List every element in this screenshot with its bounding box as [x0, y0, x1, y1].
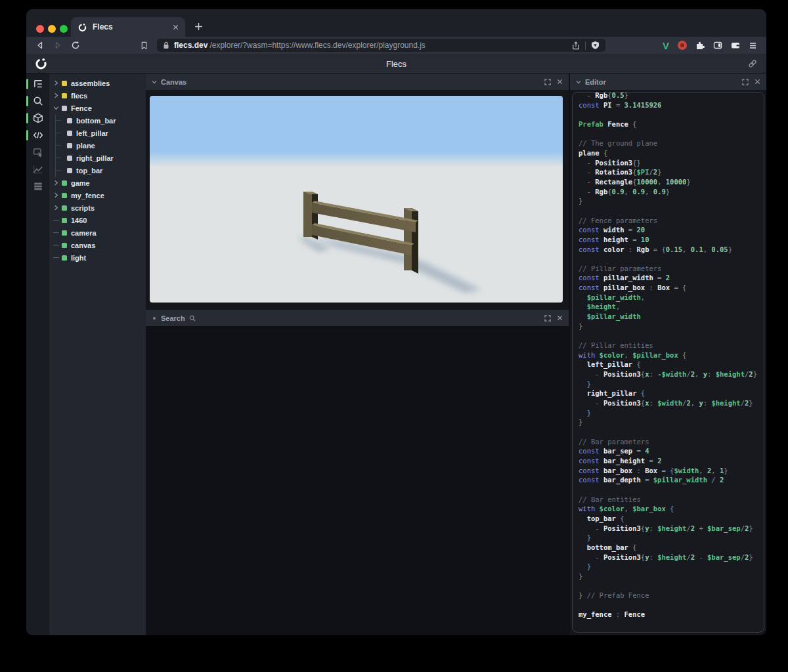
tree-item-assemblies[interactable]: assemblies [49, 77, 146, 89]
code-line: // The ground plane [579, 138, 764, 148]
fullscreen-icon[interactable] [544, 79, 551, 85]
menu-icon[interactable] [749, 41, 757, 50]
entity-square-icon [62, 255, 67, 261]
rows-panel-button[interactable] [26, 178, 49, 195]
bookmark-icon[interactable] [140, 41, 148, 50]
browser-tab[interactable]: Flecs [71, 17, 185, 37]
code-line: } // Prefab Fence [579, 591, 764, 600]
editor-panel-title: Editor [585, 78, 606, 86]
tree-connector [53, 139, 64, 152]
share-link-icon[interactable] [748, 59, 757, 68]
code-line: } [579, 562, 764, 572]
tree-item-label: camera [71, 229, 97, 237]
tree-icon [33, 79, 43, 89]
chevron-down-icon[interactable] [576, 79, 581, 85]
zoom-window-button[interactable] [60, 25, 68, 33]
code-line: } [579, 322, 764, 331]
tree-item-light[interactable]: light [49, 251, 146, 264]
tree-item-label: left_pillar [76, 129, 108, 137]
tree-item-game[interactable]: game [49, 177, 146, 189]
wallet-icon[interactable] [731, 41, 740, 50]
tab-strip: Flecs [26, 9, 766, 37]
forward-icon [53, 41, 62, 50]
cube-panel-button[interactable] [26, 110, 49, 127]
new-tab-icon[interactable] [194, 22, 203, 31]
code-editor[interactable]: - Rgb{0.5}const PI = 3.1415926 Prefab Fe… [572, 92, 764, 633]
tree-item-camera[interactable]: camera [49, 226, 146, 239]
code-line: - Position3{} [579, 158, 764, 168]
chevron-right-icon[interactable] [53, 180, 59, 186]
tree-item-1460[interactable]: 1460 [49, 214, 146, 226]
tree-item-label: top_bar [76, 167, 102, 175]
tree-item-Fence[interactable]: Fence [49, 102, 146, 114]
tab-close-icon[interactable] [173, 24, 179, 30]
side-panel-icon[interactable] [713, 41, 722, 50]
minimize-window-button[interactable] [48, 25, 56, 33]
search-panel-button[interactable] [26, 93, 49, 110]
code-line: $height, [579, 302, 764, 312]
code-line: } [579, 533, 764, 543]
code-line [579, 254, 764, 264]
close-panel-icon[interactable] [755, 79, 760, 85]
tree-item-label: right_pillar [76, 154, 114, 162]
tree-connector [53, 127, 64, 139]
fullscreen-icon[interactable] [742, 79, 749, 85]
share-icon[interactable] [572, 41, 580, 50]
code-panel-button[interactable] [26, 127, 49, 144]
close-panel-icon[interactable] [557, 315, 563, 321]
code-lines: - Rgb{0.5}const PI = 3.1415926 Prefab Fe… [579, 92, 764, 620]
close-panel-icon[interactable] [557, 79, 563, 85]
reload-icon[interactable] [71, 41, 80, 50]
code-line: } [579, 572, 764, 581]
canvas-viewport[interactable] [150, 96, 563, 303]
chevron-right-icon[interactable] [53, 192, 59, 198]
code-line: const height = 10 [579, 235, 764, 245]
chevron-right-icon[interactable] [53, 80, 59, 86]
tree-item-my_fence[interactable]: my_fence [49, 189, 146, 201]
chart-panel-button[interactable] [26, 161, 49, 178]
entity-square-icon [67, 143, 72, 148]
entity-square-icon [67, 156, 72, 161]
code-line: - Position3{x: $width/2, y: $height/2} [579, 398, 764, 408]
tree-item-flecs[interactable]: flecs [49, 89, 146, 102]
brave-shield-icon[interactable] [591, 41, 600, 50]
tree-item-top_bar[interactable]: top_bar [49, 164, 146, 177]
tab-title: Flecs [93, 22, 167, 32]
tree-item-right_pillar[interactable]: right_pillar [49, 152, 146, 164]
tree-item-canvas[interactable]: canvas [49, 239, 146, 251]
tree-item-scripts[interactable]: scripts [49, 201, 146, 214]
code-line [579, 110, 764, 119]
chevron-down-icon[interactable] [152, 79, 157, 85]
search-panel-header: Search [146, 310, 569, 326]
tree-connector [53, 152, 64, 164]
url-bar[interactable]: flecs.dev /explorer/?wasm=https://www.fl… [157, 39, 605, 52]
code-line: // Bar parameters [579, 437, 764, 447]
fullscreen-icon[interactable] [544, 315, 551, 322]
tree-panel-button[interactable] [26, 75, 49, 93]
chevron-right-icon[interactable] [53, 93, 59, 98]
chevron-down-icon[interactable] [53, 105, 59, 111]
code-line: my_fence : Fence [579, 610, 764, 620]
desktop-background: Flecs flecs.dev /explorer/?wasm=https://… [0, 0, 788, 672]
close-window-button[interactable] [36, 25, 44, 33]
rows-icon [33, 181, 43, 192]
code-line: - Rgb{0.9, 0.9, 0.9} [579, 187, 764, 197]
back-icon[interactable] [35, 41, 45, 50]
tree-item-label: plane [76, 142, 95, 150]
extensions-puzzle-icon[interactable] [695, 41, 705, 50]
entity-square-icon [62, 81, 67, 86]
code-line: const bar_depth = $pillar_width / 2 [579, 475, 764, 485]
code-line: - Rectangle{10000, 10000} [579, 177, 764, 187]
tree-item-bottom_bar[interactable]: bottom_bar [49, 114, 146, 127]
entity-square-icon [62, 230, 67, 236]
tree-item-left_pillar[interactable]: left_pillar [49, 127, 146, 139]
code-line [579, 331, 764, 341]
inspect-panel-button[interactable] [26, 144, 49, 161]
chevron-right-icon[interactable] [53, 205, 59, 211]
adblock-extension-icon[interactable] [678, 41, 687, 50]
app-header: Flecs [26, 54, 766, 74]
vue-extension-icon[interactable]: V [663, 41, 669, 51]
tree-item-plane[interactable]: plane [49, 139, 146, 152]
panel-bullet-icon[interactable] [153, 317, 156, 320]
code-line: $pillar_width [579, 312, 764, 322]
